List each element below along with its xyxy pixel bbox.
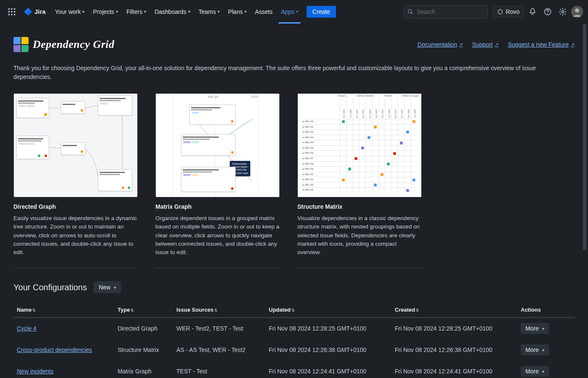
suggest-feature-label: Suggest a new Feature (508, 41, 569, 48)
app-switcher[interactable] (5, 5, 18, 18)
page-content: Dependency Grid Documentation↗ Support↗ … (0, 24, 588, 378)
card-title: Structure Matrix (297, 203, 422, 210)
nav-item-teams[interactable]: Teams▾ (194, 6, 224, 18)
chevron-down-icon: ▾ (82, 9, 84, 14)
config-sources: TEST - Test (173, 361, 265, 378)
layout-card-directed-graph: Directed Graph Easily visualize issue de… (13, 93, 138, 268)
chevron-down-icon: ▾ (188, 9, 190, 14)
more-actions-button[interactable]: More▾ (521, 366, 549, 377)
scrollbar[interactable] (582, 24, 587, 378)
chevron-down-icon: ▾ (114, 285, 116, 290)
more-actions-button[interactable]: More▾ (521, 344, 549, 355)
svg-rect-0 (8, 8, 10, 9)
col-name[interactable]: Name⇅ (13, 302, 114, 318)
svg-point-15 (575, 8, 579, 13)
svg-rect-7 (11, 14, 12, 15)
config-type: Structure Matrix (114, 339, 173, 361)
nav-item-label: Your work (55, 8, 81, 15)
config-type: Directed Graph (114, 318, 173, 339)
sort-icon: ⇅ (416, 308, 419, 312)
card-thumbnail[interactable]: ABC-02 TEST- Auktionsliste:Layout kaputt… (155, 93, 280, 197)
nav-item-dashboards[interactable]: Dashboards▾ (150, 6, 194, 18)
bell-icon (528, 8, 537, 16)
help-icon (543, 8, 552, 16)
chevron-down-icon: ▾ (116, 9, 118, 14)
config-created: Fri Nov 08 2024 12:28:25 GMT+0100 (391, 318, 517, 339)
config-sources: WER - Test2, TEST - Test (173, 318, 265, 339)
config-created: Fri Nov 08 2024 12:26:38 GMT+0100 (391, 339, 517, 361)
external-link-icon: ↗ (495, 42, 499, 47)
col-actions: Actions (517, 302, 575, 318)
config-updated: Fri Nov 08 2024 12:24:41 GMT+0100 (265, 361, 391, 378)
rovo-label: Rovo (506, 8, 520, 15)
suggest-feature-link[interactable]: Suggest a new Feature↗ (508, 41, 575, 48)
search-box[interactable] (404, 5, 488, 18)
col-updated[interactable]: Updated⇅ (265, 302, 391, 318)
search-input[interactable] (416, 8, 484, 16)
svg-rect-2 (14, 8, 15, 9)
nav-item-assets[interactable]: Assets (251, 6, 277, 18)
col-created[interactable]: Created⇅ (391, 302, 517, 318)
config-type: Matrix Graph (114, 361, 173, 378)
nav-item-apps[interactable]: Apps▾ (277, 6, 302, 18)
nav-item-filters[interactable]: Filters▾ (122, 6, 150, 18)
nav-item-label: Projects (93, 8, 114, 15)
create-button[interactable]: Create (307, 6, 336, 18)
sort-icon: ⇅ (131, 308, 134, 312)
rovo-button[interactable]: Rovo (493, 6, 524, 18)
chevron-down-icon: ▾ (542, 369, 544, 374)
config-name-link[interactable]: New incidents (17, 368, 53, 375)
nav-item-label: Dashboards (155, 8, 186, 15)
jira-logo-text: Jira (34, 8, 46, 15)
table-row: Cross-product dependencies Structure Mat… (13, 339, 575, 361)
card-separator (297, 268, 422, 268)
sort-icon: ⇅ (214, 308, 218, 312)
help-button[interactable] (541, 5, 554, 18)
config-sources: AS - AS Test, WER - Test2 (173, 339, 265, 361)
card-thumbnail[interactable]: David LKathryn EldredTheresiWilliam Lang… (297, 93, 422, 197)
sort-icon: ⇅ (32, 308, 36, 312)
more-label: More (525, 368, 539, 375)
card-thumbnail[interactable] (13, 93, 138, 197)
app-links: Documentation↗ Support↗ Suggest a new Fe… (417, 41, 575, 48)
notifications-button[interactable] (526, 5, 539, 18)
gear-icon (559, 8, 567, 16)
card-title: Matrix Graph (155, 203, 280, 210)
config-name-link[interactable]: Cross-product dependencies (17, 346, 92, 353)
sort-icon: ⇅ (291, 308, 295, 312)
nav-item-plans[interactable]: Plans▾ (224, 6, 251, 18)
app-title-row: Dependency Grid (13, 37, 115, 52)
config-name-link[interactable]: Cycle 4 (17, 325, 37, 332)
jira-mark-icon (24, 7, 33, 16)
svg-point-12 (547, 13, 548, 14)
table-row: New incidents Matrix Graph TEST - Test F… (13, 361, 575, 378)
support-link[interactable]: Support↗ (472, 41, 499, 48)
chevron-down-icon: ▾ (244, 9, 247, 14)
table-row: Cycle 4 Directed Graph WER - Test2, TEST… (13, 318, 575, 339)
nav-item-label: Filters (126, 8, 142, 15)
chevron-down-icon: ▾ (542, 326, 544, 331)
scrollbar-thumb[interactable] (583, 24, 586, 250)
layout-card-structure-matrix: David LKathryn EldredTheresiWilliam Lang… (297, 93, 422, 268)
nav-item-your-work[interactable]: Your work▾ (51, 6, 89, 18)
col-type[interactable]: Type⇅ (114, 302, 173, 318)
new-configuration-button[interactable]: New ▾ (94, 281, 121, 293)
col-sources[interactable]: Issue Sources⇅ (173, 302, 265, 318)
app-header: Dependency Grid Documentation↗ Support↗ … (13, 37, 575, 52)
config-updated: Fri Nov 08 2024 12:28:25 GMT+0100 (265, 318, 391, 339)
profile-avatar[interactable] (571, 6, 583, 18)
more-label: More (525, 346, 539, 353)
jira-logo[interactable]: Jira (20, 7, 49, 16)
support-label: Support (472, 41, 493, 48)
documentation-link[interactable]: Documentation↗ (417, 41, 463, 48)
config-created: Fri Nov 08 2024 12:24:41 GMT+0100 (391, 361, 517, 378)
nav-left: Jira Your work▾Projects▾Filters▾Dashboar… (5, 5, 336, 18)
search-icon (407, 8, 413, 15)
settings-button[interactable] (556, 5, 570, 18)
nav-item-projects[interactable]: Projects▾ (89, 6, 122, 18)
more-actions-button[interactable]: More▾ (521, 323, 549, 334)
nav-item-label: Plans (228, 8, 243, 15)
avatar-image (571, 6, 583, 18)
card-description: Visualize dependencies in a classic depe… (297, 214, 422, 257)
layout-cards: Directed Graph Easily visualize issue de… (13, 93, 575, 268)
